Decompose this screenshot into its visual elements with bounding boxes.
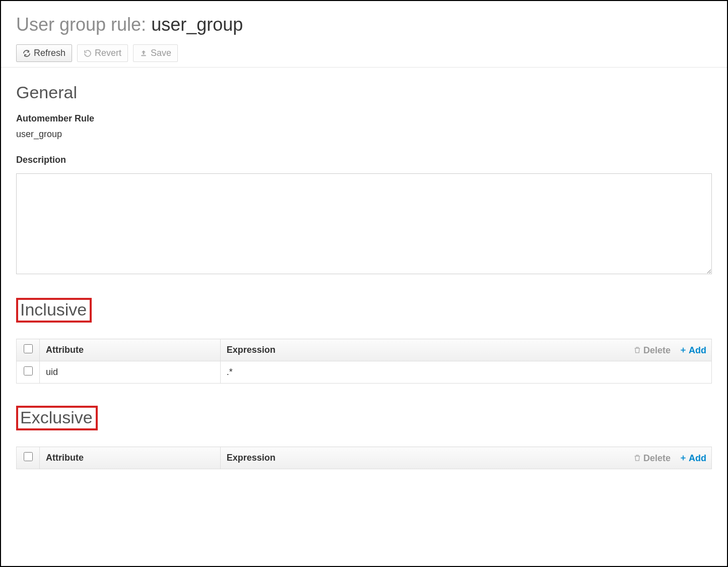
refresh-button[interactable]: Refresh (16, 44, 72, 62)
action-toolbar: Refresh Revert Save (16, 44, 712, 62)
inclusive-add-button[interactable]: Add (680, 345, 706, 355)
description-input[interactable] (16, 173, 712, 274)
inclusive-select-all-cell (17, 339, 40, 361)
table-row: uid .* (17, 361, 712, 384)
refresh-icon (23, 49, 31, 57)
inclusive-row-attribute: uid (40, 361, 221, 384)
exclusive-select-all-checkbox[interactable] (24, 452, 33, 461)
exclusive-col-attribute: Attribute (40, 447, 221, 469)
trash-icon (633, 454, 641, 462)
plus-icon (680, 347, 687, 354)
automember-rule-value: user_group (16, 129, 712, 140)
trash-icon (633, 346, 641, 354)
exclusive-add-button[interactable]: Add (680, 453, 706, 463)
exclusive-table: Attribute Expression Delete (16, 447, 712, 469)
undo-icon (84, 49, 92, 57)
automember-rule-label: Automember Rule (16, 113, 712, 124)
page-title-rule-name: user_group (151, 14, 243, 35)
page-title-prefix: User group rule: (16, 14, 151, 35)
page-title: User group rule: user_group (16, 14, 712, 35)
inclusive-row-checkbox[interactable] (24, 366, 33, 375)
exclusive-col-expression: Expression Delete Add (220, 447, 711, 469)
inclusive-table: Attribute Expression Delete (16, 339, 712, 384)
inclusive-delete-button[interactable]: Delete (633, 345, 671, 355)
save-button[interactable]: Save (133, 44, 178, 62)
inclusive-col-attribute: Attribute (40, 339, 221, 361)
exclusive-heading: Exclusive (16, 406, 98, 430)
inclusive-heading: Inclusive (16, 298, 92, 323)
inclusive-row-expression: .* (220, 361, 711, 384)
exclusive-select-all-cell (17, 447, 40, 469)
exclusive-delete-button[interactable]: Delete (633, 453, 671, 463)
upload-icon (140, 49, 148, 57)
description-label: Description (16, 155, 712, 165)
plus-icon (680, 455, 687, 462)
general-heading: General (16, 83, 712, 102)
inclusive-col-expression: Expression Delete Add (220, 339, 711, 361)
inclusive-select-all-checkbox[interactable] (24, 344, 33, 353)
revert-button[interactable]: Revert (77, 44, 128, 62)
